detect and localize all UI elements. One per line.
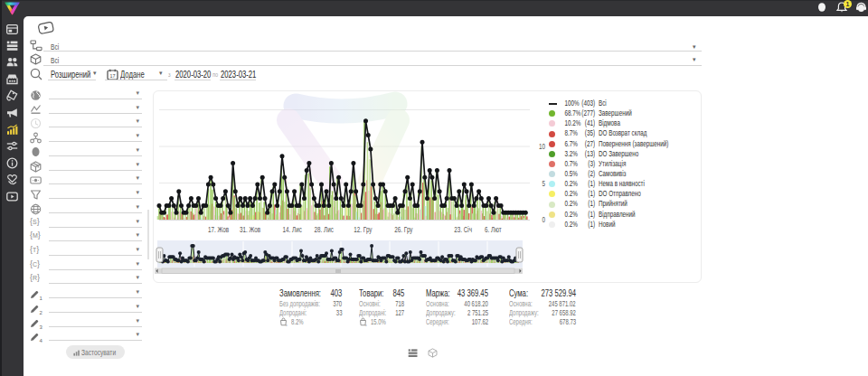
svg-text:x: x [286,324,288,326]
svg-text:x: x [365,324,367,326]
